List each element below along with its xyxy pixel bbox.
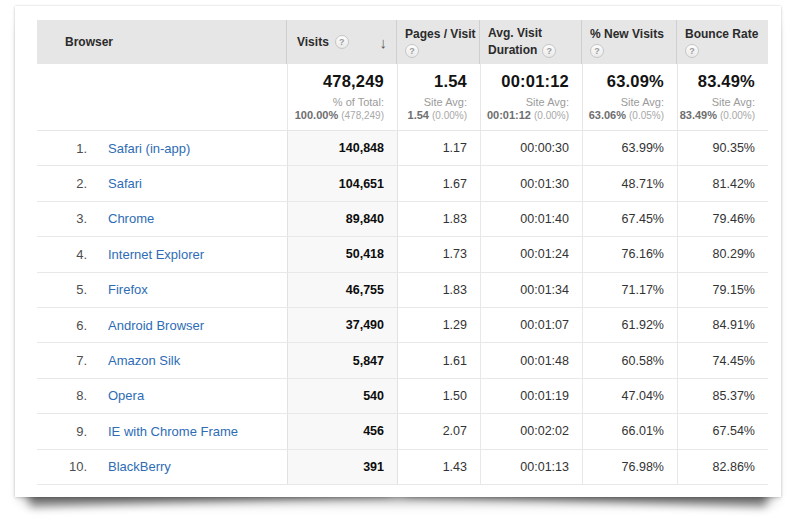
column-header-pages-per-visit[interactable]: Pages / Visit ? [397, 20, 480, 64]
summary-bounce-total: 83.49% [698, 72, 755, 91]
help-icon[interactable]: ? [405, 44, 419, 58]
visits-cell: 37,490 [287, 308, 397, 342]
summary-new-visits-sub-label: Site Avg: [621, 96, 664, 109]
browser-link[interactable]: BlackBerry [108, 459, 171, 474]
summary-bounce-sub-value: 83.49% [680, 109, 717, 121]
avg-visit-duration-cell: 00:00:30 [480, 131, 582, 165]
browser-link[interactable]: Chrome [108, 211, 154, 226]
pct-new-visits-cell: 48.71% [582, 166, 677, 200]
browser-cell: 8. Opera [37, 379, 287, 413]
summary-duration-sub-paren: (0.00%) [534, 110, 569, 121]
browser-cell: 3. Chrome [37, 202, 287, 236]
row-rank: 4. [59, 247, 87, 262]
bounce-rate-cell: 85.37% [677, 379, 768, 413]
browser-cell: 5. Firefox [37, 273, 287, 307]
bounce-rate-cell: 79.15% [677, 273, 768, 307]
avg-visit-duration-cell: 00:01:48 [480, 343, 582, 377]
row-rank: 8. [59, 388, 87, 403]
bounce-rate-cell: 90.35% [677, 131, 768, 165]
sort-descending-icon: ↓ [380, 35, 388, 50]
avg-visit-duration-cell: 00:01:34 [480, 273, 582, 307]
table-row: 1. Safari (in-app) 140,848 1.17 00:00:30… [37, 131, 768, 166]
browser-link[interactable]: Android Browser [108, 318, 204, 333]
browser-link[interactable]: Amazon Silk [108, 353, 180, 368]
visits-cell: 104,651 [287, 166, 397, 200]
row-rank: 5. [59, 282, 87, 297]
pct-new-visits-cell: 76.16% [582, 237, 677, 271]
browser-link[interactable]: Firefox [108, 282, 148, 297]
pages-per-visit-cell: 1.83 [397, 273, 480, 307]
visits-cell: 50,418 [287, 237, 397, 271]
summary-duration-sub-value: 00:01:12 [487, 109, 531, 121]
visits-cell: 5,847 [287, 343, 397, 377]
avg-visit-duration-cell: 00:01:19 [480, 379, 582, 413]
pages-per-visit-cell: 1.29 [397, 308, 480, 342]
pct-new-visits-cell: 61.92% [582, 308, 677, 342]
summary-pages-total: 1.54 [434, 72, 467, 91]
pct-new-visits-cell: 47.04% [582, 379, 677, 413]
browser-metrics-table: Browser Visits ? ↓ Pages / Visit ? Avg. … [37, 20, 768, 485]
row-rank: 7. [59, 353, 87, 368]
visits-cell: 46,755 [287, 273, 397, 307]
column-header-label: Visits [297, 35, 329, 50]
summary-visits-total: 478,249 [323, 72, 384, 91]
bounce-rate-cell: 67.54% [677, 414, 768, 448]
column-header-visits[interactable]: Visits ? ↓ [287, 20, 397, 64]
browser-cell: 9. IE with Chrome Frame [37, 414, 287, 448]
summary-visits-cell: 478,249 % of Total: 100.00%(478,249) [287, 64, 397, 130]
summary-pages-sub-paren: (0.00%) [432, 110, 467, 121]
summary-pages-sub-value: 1.54 [408, 109, 429, 121]
summary-pct-new-visits-cell: 63.09% Site Avg: 63.06%(0.05%) [582, 64, 677, 130]
pct-new-visits-cell: 67.45% [582, 202, 677, 236]
summary-visits-sub-label: % of Total: [333, 96, 384, 109]
column-header-browser[interactable]: Browser [37, 20, 287, 64]
summary-new-visits-total: 63.09% [607, 72, 664, 91]
pct-new-visits-cell: 63.99% [582, 131, 677, 165]
row-rank: 3. [59, 211, 87, 226]
browser-link[interactable]: Safari [108, 176, 142, 191]
help-icon[interactable]: ? [590, 44, 604, 58]
bounce-rate-cell: 82.86% [677, 450, 768, 484]
row-rank: 10. [59, 459, 87, 474]
help-icon[interactable]: ? [542, 44, 556, 58]
pages-per-visit-cell: 1.83 [397, 202, 480, 236]
table-row: 3. Chrome 89,840 1.83 00:01:40 67.45% 79… [37, 202, 768, 237]
bounce-rate-cell: 84.91% [677, 308, 768, 342]
table-row: 8. Opera 540 1.50 00:01:19 47.04% 85.37% [37, 379, 768, 414]
column-header-label: Browser [65, 35, 286, 50]
help-icon[interactable]: ? [685, 44, 699, 58]
help-icon[interactable]: ? [335, 35, 349, 49]
browser-link[interactable]: Opera [108, 388, 144, 403]
column-header-label: % New Visits [590, 27, 664, 41]
table-header: Browser Visits ? ↓ Pages / Visit ? Avg. … [37, 20, 768, 64]
pages-per-visit-cell: 1.61 [397, 343, 480, 377]
browser-cell: 7. Amazon Silk [37, 343, 287, 377]
avg-visit-duration-cell: 00:02:02 [480, 414, 582, 448]
summary-new-visits-sub-paren: (0.05%) [629, 110, 664, 121]
pct-new-visits-cell: 76.98% [582, 450, 677, 484]
column-header-label: Bounce Rate [685, 27, 758, 41]
column-header-bounce-rate[interactable]: Bounce Rate ? [677, 20, 768, 64]
avg-visit-duration-cell: 00:01:13 [480, 450, 582, 484]
row-rank: 1. [59, 141, 87, 156]
browser-link[interactable]: IE with Chrome Frame [108, 424, 238, 439]
pages-per-visit-cell: 1.50 [397, 379, 480, 413]
summary-pages-per-visit-cell: 1.54 Site Avg: 1.54(0.00%) [397, 64, 480, 130]
pages-per-visit-cell: 1.67 [397, 166, 480, 200]
column-header-avg-visit-duration[interactable]: Avg. Visit Duration? [480, 20, 582, 64]
column-header-pct-new-visits[interactable]: % New Visits ? [582, 20, 677, 64]
avg-visit-duration-cell: 00:01:30 [480, 166, 582, 200]
browser-link[interactable]: Safari (in-app) [108, 141, 190, 156]
column-header-label: Pages / Visit [405, 27, 475, 41]
pages-per-visit-cell: 1.43 [397, 450, 480, 484]
browser-cell: 10. BlackBerry [37, 450, 287, 484]
summary-browser-cell [37, 64, 287, 130]
bounce-rate-cell: 79.46% [677, 202, 768, 236]
table-row: 10. BlackBerry 391 1.43 00:01:13 76.98% … [37, 450, 768, 485]
row-rank: 9. [59, 424, 87, 439]
browser-link[interactable]: Internet Explorer [108, 247, 204, 262]
table-row: 7. Amazon Silk 5,847 1.61 00:01:48 60.58… [37, 343, 768, 378]
table-row: 5. Firefox 46,755 1.83 00:01:34 71.17% 7… [37, 273, 768, 308]
visits-cell: 140,848 [287, 131, 397, 165]
summary-pages-sub-label: Site Avg: [424, 96, 467, 109]
